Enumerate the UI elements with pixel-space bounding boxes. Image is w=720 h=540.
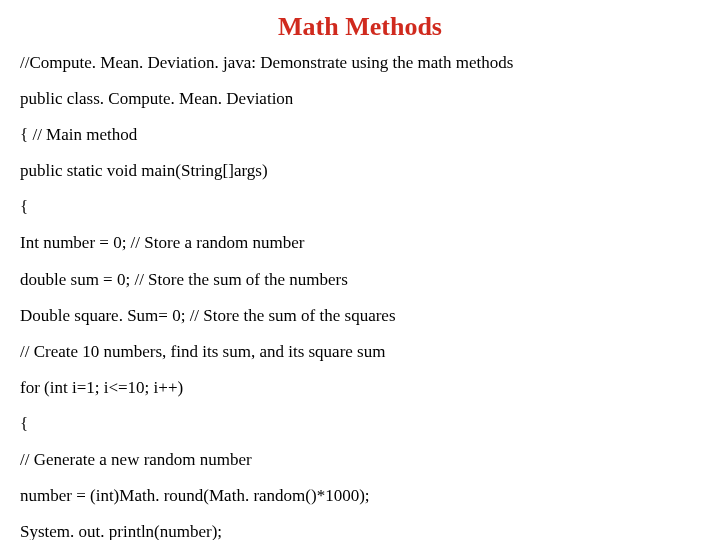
code-line: System. out. println(number); <box>20 521 700 540</box>
code-line: double sum = 0; // Store the sum of the … <box>20 269 700 291</box>
slide-title: Math Methods <box>20 12 700 42</box>
code-line: { <box>20 413 700 435</box>
code-line: number = (int)Math. round(Math. random()… <box>20 485 700 507</box>
code-line: public static void main(String[]args) <box>20 160 700 182</box>
code-line: // Create 10 numbers, find its sum, and … <box>20 341 700 363</box>
code-line: Double square. Sum= 0; // Store the sum … <box>20 305 700 327</box>
code-line: { <box>20 196 700 218</box>
code-line: for (int i=1; i<=10; i++) <box>20 377 700 399</box>
code-line: // Generate a new random number <box>20 449 700 471</box>
code-line: { // Main method <box>20 124 700 146</box>
code-line: public class. Compute. Mean. Deviation <box>20 88 700 110</box>
code-line: Int number = 0; // Store a random number <box>20 232 700 254</box>
code-line: //Compute. Mean. Deviation. java: Demons… <box>20 52 700 74</box>
